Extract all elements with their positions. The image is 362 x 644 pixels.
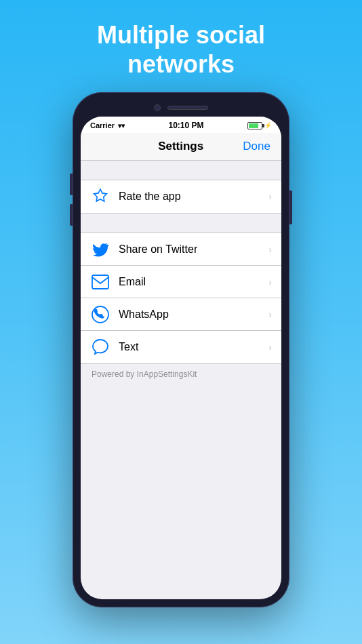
phone-bottom-bar: [81, 579, 281, 599]
status-time: 10:10 PM: [169, 121, 204, 130]
rate-section: Rate the app ›: [81, 180, 281, 214]
twitter-row[interactable]: Share on Twitter ›: [81, 233, 281, 266]
twitter-icon: [90, 239, 110, 260]
camera: [154, 104, 161, 111]
rate-app-row[interactable]: Rate the app ›: [81, 180, 281, 213]
text-row[interactable]: Text ›: [81, 331, 281, 363]
phone-screen: Carrier ▾▾ 10:10 PM ⚡ Settings Done: [81, 117, 281, 599]
wifi-icon: ▾▾: [118, 122, 125, 129]
battery-fill: [249, 123, 258, 128]
section-spacer-1: [81, 161, 281, 180]
screen-content: Rate the app › Share on Twitter ›: [81, 161, 281, 579]
section-spacer-2: [81, 214, 281, 233]
twitter-chevron: ›: [268, 244, 272, 255]
rate-app-label: Rate the app: [119, 190, 268, 203]
email-label: Email: [119, 276, 268, 288]
volume-down-button: [70, 204, 73, 226]
text-label: Text: [119, 341, 268, 353]
phone-device: Carrier ▾▾ 10:10 PM ⚡ Settings Done: [73, 92, 289, 607]
status-left: Carrier ▾▾: [90, 121, 125, 129]
nav-title: Settings: [158, 140, 203, 153]
whatsapp-chevron: ›: [268, 309, 272, 320]
done-button[interactable]: Done: [243, 140, 270, 153]
whatsapp-icon: [90, 304, 110, 325]
text-chevron: ›: [268, 342, 272, 353]
svg-rect-0: [92, 275, 108, 289]
navigation-bar: Settings Done: [81, 133, 281, 161]
volume-up-button: [70, 174, 73, 195]
twitter-label: Share on Twitter: [119, 243, 268, 256]
rate-app-chevron: ›: [268, 191, 272, 202]
page-header-title: Multiple socialnetworks: [70, 0, 292, 92]
star-icon: [90, 186, 110, 207]
power-button: [289, 190, 292, 224]
carrier-label: Carrier: [90, 121, 115, 129]
email-chevron: ›: [268, 277, 272, 287]
whatsapp-label: WhatsApp: [119, 308, 268, 321]
share-section: Share on Twitter › Email ›: [81, 233, 281, 364]
status-right: ⚡: [247, 122, 272, 129]
phone-top-bar: [81, 100, 281, 117]
email-row[interactable]: Email ›: [81, 266, 281, 298]
status-bar: Carrier ▾▾ 10:10 PM ⚡: [81, 117, 281, 133]
powered-by-label: Powered by InAppSettingsKit: [81, 364, 281, 384]
text-message-icon: [90, 337, 110, 357]
charging-icon: ⚡: [264, 122, 272, 129]
email-icon: [90, 272, 110, 292]
whatsapp-row[interactable]: WhatsApp ›: [81, 298, 281, 331]
battery-icon: [247, 122, 262, 129]
speaker: [167, 106, 208, 110]
